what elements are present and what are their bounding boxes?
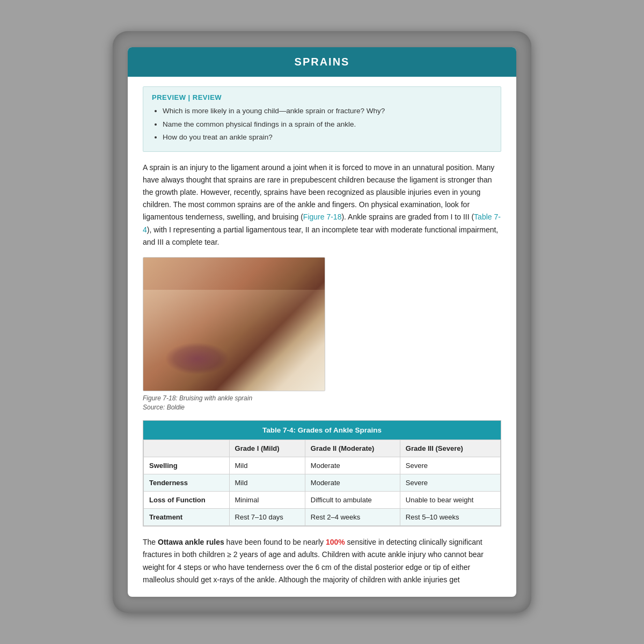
- ankle-sprains-table: Table 7-4: Grades of Ankle Sprains Grade…: [143, 420, 501, 526]
- figure-container: Figure 7-18: Bruising with ankle sprain …: [143, 257, 501, 412]
- table-row: Loss of Function Minimal Difficult to am…: [144, 492, 501, 509]
- col-header-0: [144, 440, 230, 457]
- preview-list: Which is more likely in a young child—an…: [163, 106, 492, 143]
- row-label-swelling: Swelling: [144, 457, 230, 474]
- cell-swelling-mild: Mild: [229, 457, 305, 474]
- row-label-loss-of-function: Loss of Function: [144, 492, 230, 509]
- table-row: Swelling Mild Moderate Severe: [144, 457, 501, 474]
- cell-tenderness-severe: Severe: [400, 474, 500, 492]
- cell-lof-mild: Minimal: [229, 492, 305, 509]
- cell-swelling-moderate: Moderate: [305, 457, 400, 474]
- cell-treatment-severe: Rest 5–10 weeks: [400, 509, 500, 526]
- table-row: Tenderness Mild Moderate Severe: [144, 474, 501, 492]
- cell-swelling-severe: Severe: [400, 457, 500, 474]
- list-item: Name the common physical findings in a s…: [163, 119, 492, 130]
- figure-18-link[interactable]: Figure 7-18: [303, 213, 342, 221]
- ottawa-rules-label: Ottawa ankle rules: [158, 538, 224, 546]
- preview-heading: PREVIEW | REVIEW: [152, 93, 492, 101]
- cell-tenderness-mild: Mild: [229, 474, 305, 492]
- row-label-treatment: Treatment: [144, 509, 230, 526]
- table-header-row: Grade I (Mild) Grade II (Moderate) Grade…: [144, 440, 501, 457]
- cell-treatment-moderate: Rest 2–4 weeks: [305, 509, 400, 526]
- table-title: Table 7-4: Grades of Ankle Sprains: [143, 421, 501, 440]
- percentage-highlight: 100%: [326, 538, 345, 546]
- col-header-severe: Grade III (Severe): [400, 440, 500, 457]
- cell-tenderness-moderate: Moderate: [305, 474, 400, 492]
- body-paragraph-1: A sprain is an injury to the ligament ar…: [143, 162, 501, 248]
- cell-lof-severe: Unable to bear weight: [400, 492, 500, 509]
- cell-treatment-mild: Rest 7–10 days: [229, 509, 305, 526]
- tablet-frame: SPRAINS PREVIEW | REVIEW Which is more l…: [113, 31, 531, 612]
- row-label-tenderness: Tenderness: [144, 474, 230, 492]
- preview-review-box: PREVIEW | REVIEW Which is more likely in…: [143, 86, 501, 152]
- col-header-mild: Grade I (Mild): [229, 440, 305, 457]
- page-container: SPRAINS PREVIEW | REVIEW Which is more l…: [128, 47, 516, 596]
- table-row: Treatment Rest 7–10 days Rest 2–4 weeks …: [144, 509, 501, 526]
- page-title: SPRAINS: [128, 47, 516, 77]
- page-content: PREVIEW | REVIEW Which is more likely in…: [128, 77, 516, 596]
- list-item: Which is more likely in a young child—an…: [163, 106, 492, 116]
- figure-caption: Figure 7-18: Bruising with ankle sprain …: [143, 394, 501, 412]
- list-item: How do you treat an ankle sprain?: [163, 132, 492, 143]
- bottom-paragraph: The Ottawa ankle rules have been found t…: [143, 536, 501, 586]
- ankle-sprain-image: [143, 257, 325, 391]
- grades-table: Grade I (Mild) Grade II (Moderate) Grade…: [143, 440, 501, 526]
- col-header-moderate: Grade II (Moderate): [305, 440, 400, 457]
- cell-lof-moderate: Difficult to ambulate: [305, 492, 400, 509]
